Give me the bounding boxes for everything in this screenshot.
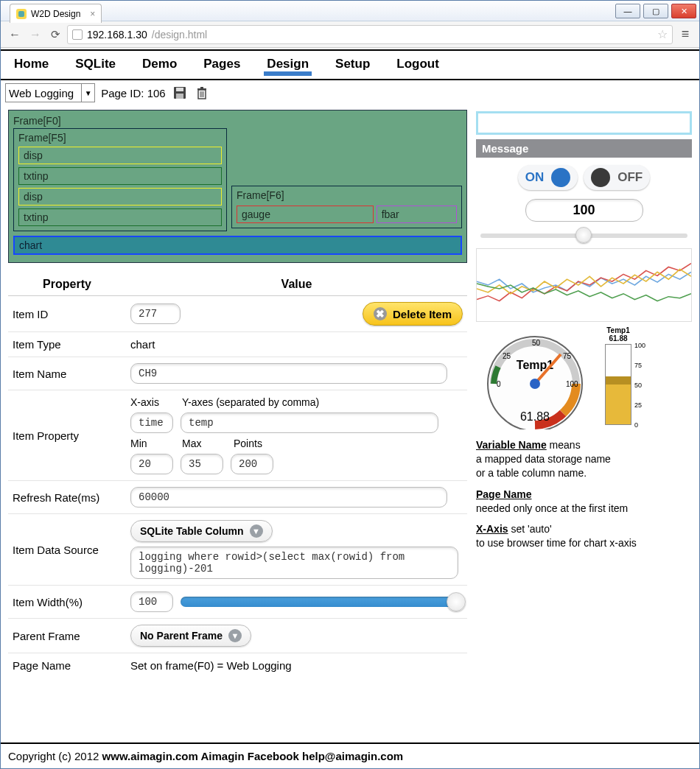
refresh-rate-field[interactable]: 60000 [130,487,447,508]
nav-home[interactable]: Home [11,54,52,76]
nav-setup[interactable]: Setup [332,54,373,76]
preview-message-header: Message [476,139,692,158]
slider-thumb[interactable] [447,592,466,611]
yaxes-field[interactable]: temp [181,412,438,433]
bookmark-star-icon[interactable]: ☆ [657,27,668,41]
points-field[interactable]: 200 [231,454,273,474]
preview-slider[interactable] [480,233,687,238]
widget-txtinp[interactable]: txtinp [18,208,222,226]
widget-txtinp[interactable]: txtinp [18,167,222,185]
item-width-slider[interactable] [181,597,463,607]
toggle-on[interactable]: ON [518,165,578,190]
label-page-name: Page Name [13,659,130,672]
label-refresh-rate: Refresh Rate(ms) [13,491,130,504]
delete-icon[interactable] [194,85,210,101]
parent-frame-dropdown-label: No Parent Frame [140,630,223,642]
nav-logout[interactable]: Logout [393,54,442,76]
toggle-off[interactable]: OFF [584,165,650,190]
col-property: Property [8,278,126,291]
preview-fbar: Temp1 61.88 100 75 50 25 0 [600,326,637,425]
page-icon [72,29,83,40]
svg-text:75: 75 [563,352,572,360]
label-parent-frame: Parent Frame [13,630,130,642]
chevron-down-icon: ▼ [250,524,263,538]
data-source-dropdown[interactable]: SQLite Table Column ▼ [130,520,273,542]
page-id-label: Page ID: 106 [101,87,166,99]
property-panel: Property Value Item ID 277 ✖ Delete Item [8,273,467,678]
label-item-type: Item Type [13,338,130,351]
item-id-field[interactable]: 277 [130,303,181,324]
preview-number-display: 100 [525,199,643,222]
max-field[interactable]: 35 [181,454,223,474]
preview-gauge: Temp1 61.88 0 25 50 75 100 [476,326,594,429]
url-path: /design.html [152,29,207,41]
back-button[interactable]: ← [7,27,23,43]
preview-chart [476,248,692,322]
footer-mid: Aimagin Facebook [198,750,302,762]
frame-f5[interactable]: Frame[F5] disp txtinp disp txtinp [13,128,227,231]
widget-chart[interactable]: chart [13,236,462,255]
main-nav: Home SQLite Demo Pages Design Setup Logo… [1,49,699,80]
help-text: Variable Name means a mapped data storag… [476,438,692,550]
min-field[interactable]: 20 [130,454,173,474]
help-xaxis-head: X-Axis [476,523,508,535]
fbar-value: 61.88 [600,334,637,343]
svg-point-16 [530,379,540,389]
page-name-value: Set on frame(F0) = Web Logging [130,659,463,672]
browser-menu-button[interactable]: ≡ [677,27,693,42]
col-value: Value [126,278,467,291]
toggle-on-label: ON [525,170,545,185]
parent-frame-dropdown[interactable]: No Parent Frame ▼ [130,625,251,647]
close-icon: ✖ [374,307,387,320]
chevron-down-icon: ▼ [81,84,94,102]
xaxis-field[interactable]: time [130,412,173,433]
item-type-value: chart [130,338,463,351]
data-source-query-field[interactable]: logging where rowid>(select max(rowid) f… [130,547,458,579]
help-var-name-head: Variable Name [476,439,547,451]
preview-text-input[interactable] [476,111,692,135]
page-select[interactable]: Web Logging ▼ [5,83,95,102]
save-icon[interactable] [172,85,188,101]
window-maximize-button[interactable]: ▢ [643,4,668,18]
window-minimize-button[interactable]: — [615,4,640,18]
window-close-button[interactable]: ✕ [671,4,696,18]
label-item-property: Item Property [13,429,130,442]
frame-f5-label: Frame[F5] [18,132,222,144]
widget-fbar[interactable]: fbar [377,206,457,223]
delete-item-button[interactable]: ✖ Delete Item [363,302,463,326]
toggle-knob [591,168,610,187]
widget-disp[interactable]: disp [18,188,222,206]
widget-disp[interactable]: disp [18,147,222,164]
gauge-value: 61.88 [520,410,550,423]
browser-tab[interactable]: W2D Design × [10,4,102,23]
design-canvas[interactable]: Frame[F0] Frame[F5] disp txtinp disp txt… [8,110,467,263]
page-select-value: Web Logging [6,85,81,101]
slider-thumb[interactable] [575,227,592,243]
svg-text:100: 100 [566,380,578,388]
toggle-knob [551,168,570,187]
forward-button[interactable]: → [27,27,43,43]
label-points: Points [234,438,262,449]
label-data-source: Item Data Source [13,544,130,556]
chevron-down-icon: ▼ [228,629,242,642]
address-bar[interactable]: 192.168.1.30/design.html ☆ [67,25,673,44]
tab-close-icon[interactable]: × [90,9,95,19]
item-name-field[interactable]: CH9 [130,363,447,384]
item-width-field[interactable]: 100 [130,591,173,612]
favicon [16,9,27,19]
label-item-width: Item Width(%) [13,596,130,608]
nav-pages[interactable]: Pages [200,54,243,76]
nav-demo[interactable]: Demo [139,54,180,76]
reload-button[interactable]: ⟳ [48,28,63,41]
label-yaxes: Y-axes (separated by comma) [182,396,319,408]
design-toolbar: Web Logging ▼ Page ID: 106 [1,80,699,105]
data-source-dropdown-label: SQLite Table Column [140,525,244,537]
nav-design[interactable]: Design [264,54,312,76]
widget-gauge[interactable]: gauge [237,206,374,223]
svg-text:25: 25 [503,352,511,360]
frame-f6[interactable]: Frame[F6] gauge fbar [231,186,462,228]
help-page-name-body: needed only once at the first item [476,502,628,514]
label-item-id: Item ID [13,308,130,320]
nav-sqlite[interactable]: SQLite [72,54,119,76]
label-xaxis: X-axis [130,396,175,408]
